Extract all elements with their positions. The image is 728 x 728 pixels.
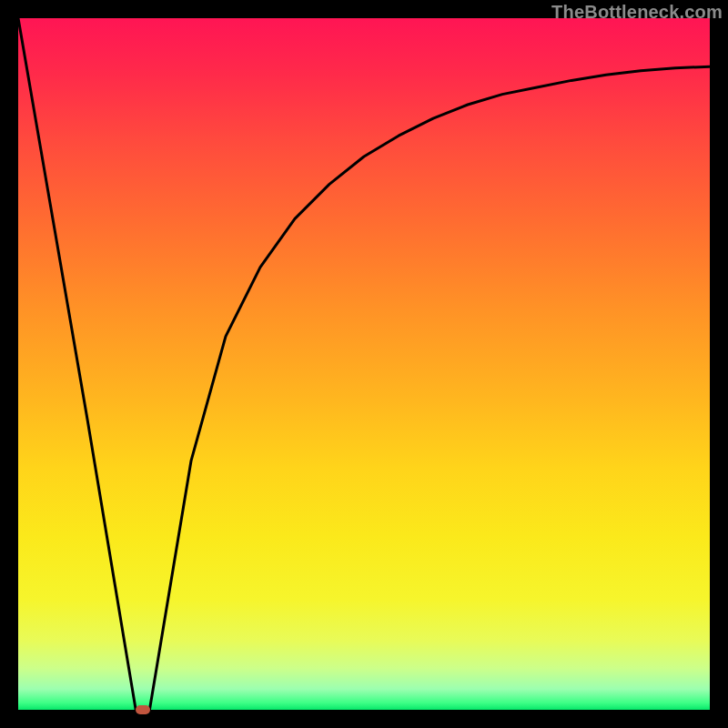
plot-area	[18, 18, 710, 710]
chart-frame: TheBottleneck.com	[0, 0, 728, 728]
curve-layer	[18, 18, 710, 710]
optimal-point-marker	[136, 705, 150, 714]
bottleneck-curve	[18, 18, 710, 710]
